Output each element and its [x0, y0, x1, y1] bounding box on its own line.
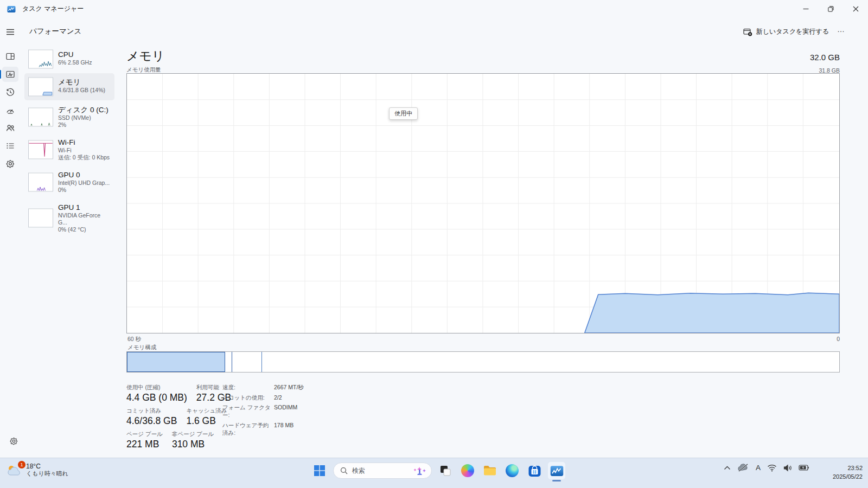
search-placeholder: 検索	[352, 466, 407, 476]
onedrive-tray-button[interactable]	[737, 464, 749, 472]
memory-composition-label: メモリ構成	[127, 344, 156, 351]
memory-stats: 使用中 (圧縮) 4.4 GB (0 MB) 利用可能 27.2 GB コミット…	[126, 384, 231, 454]
system-tray: A	[724, 464, 809, 472]
perf-item-cpu[interactable]: CPU 6% 2.58 GHz	[24, 46, 114, 73]
sidebar-item-processes[interactable]	[2, 49, 18, 64]
stat-cached: キャッシュ済み 1.6 GB	[186, 407, 227, 427]
tray-chevron-button[interactable]	[724, 466, 731, 470]
sidebar-item-startup-apps[interactable]	[2, 102, 18, 118]
microsoft-store-icon	[528, 464, 541, 478]
hamburger-icon	[6, 29, 15, 35]
notification-badge: 1	[18, 461, 25, 468]
copilot-button[interactable]	[459, 462, 476, 479]
composition-standby-segment	[232, 352, 262, 372]
run-new-task-button[interactable]: 新しいタスクを実行する	[740, 25, 832, 38]
task-manager-icon	[550, 464, 564, 478]
clock-time: 23:52	[833, 464, 863, 472]
sidebar-item-details[interactable]	[2, 138, 18, 153]
sidebar-item-app-history[interactable]	[2, 85, 18, 100]
task-manager-window: タスク マネージャー	[0, 0, 868, 458]
task-manager-taskbar-button[interactable]	[548, 462, 565, 479]
cpu-mini-chart	[28, 50, 53, 69]
memory-total: 32.0 GB	[810, 53, 840, 62]
gpu0-mini-chart	[28, 172, 53, 191]
startup-apps-icon	[5, 105, 15, 115]
task-view-icon	[439, 464, 452, 477]
more-options-button[interactable]: …	[834, 24, 848, 35]
speaker-icon	[783, 464, 792, 472]
app-history-icon	[5, 87, 15, 97]
clock-date: 2025/05/22	[833, 472, 863, 481]
detail-slots: スロットの使用: 2/2	[222, 394, 304, 402]
battery-icon	[799, 465, 809, 471]
composition-in-use-segment	[127, 352, 225, 372]
windows-logo-icon	[314, 465, 326, 477]
perf-item-wifi[interactable]: Wi-Fi Wi-Fi 送信: 0 受信: 0 Kbps	[24, 133, 114, 165]
search-highlight-image	[412, 465, 428, 477]
minimize-button[interactable]	[793, 0, 818, 18]
run-new-task-label: 新しいタスクを実行する	[756, 27, 829, 36]
file-explorer-button[interactable]	[481, 462, 499, 479]
sidebar-item-services[interactable]	[2, 156, 18, 171]
weather-widget[interactable]: 1 18°C くもり時々晴れ	[3, 461, 72, 478]
perf-item-gpu1[interactable]: GPU 1 NVIDIA GeForce G... 0% (42 °C)	[24, 198, 114, 237]
gear-icon	[9, 436, 18, 446]
services-icon	[5, 159, 15, 169]
wifi-mini-chart	[28, 140, 53, 159]
stat-non-paged-pool: 非ページ プール 310 MB	[172, 431, 214, 450]
taskbar: 1 18°C くもり時々晴れ 検索	[0, 458, 868, 488]
memory-composition-bar[interactable]	[126, 351, 840, 373]
performance-icon	[5, 69, 15, 79]
start-button[interactable]	[311, 462, 328, 479]
search-icon	[340, 467, 348, 474]
stat-paged-pool: ページ プール 221 MB	[126, 431, 163, 450]
task-view-button[interactable]	[437, 462, 454, 479]
detail-speed: 速度: 2667 MT/秒	[222, 384, 304, 391]
sidebar-item-users[interactable]	[2, 120, 18, 136]
perf-item-disk[interactable]: ディスク 0 (C:) SSD (NVMe) 2%	[24, 101, 114, 133]
settings-button[interactable]	[5, 434, 22, 449]
file-explorer-icon	[483, 464, 497, 478]
taskbar-center: 検索	[311, 462, 565, 479]
memory-usage-label: メモリ使用量	[126, 66, 161, 74]
edge-button[interactable]	[503, 462, 521, 479]
chart-tooltip: 使用中	[389, 107, 418, 120]
page-title: パフォーマンス	[29, 27, 81, 36]
ime-mode-indicator[interactable]: A	[756, 464, 761, 472]
navigation-rail	[0, 18, 21, 458]
task-manager-app-icon	[7, 5, 16, 14]
search-input[interactable]: 検索	[333, 463, 432, 479]
time-axis-right: 0	[837, 336, 840, 342]
navigation-menu-button[interactable]	[2, 24, 18, 40]
processes-icon	[5, 52, 15, 61]
sidebar-item-performance[interactable]	[2, 67, 18, 82]
performance-list: CPU 6% 2.58 GHz メモリ 4.6/31.8 GB (14%) ディ…	[24, 46, 114, 238]
chevron-up-icon	[724, 466, 731, 470]
perf-item-gpu0[interactable]: GPU 0 Intel(R) UHD Grap... 0%	[24, 166, 114, 198]
battery-tray-icon[interactable]	[799, 465, 809, 471]
run-new-task-icon	[743, 28, 752, 36]
memory-mini-chart	[28, 78, 53, 97]
taskbar-clock[interactable]: 23:52 2025/05/22	[833, 464, 863, 481]
microsoft-store-button[interactable]	[526, 462, 543, 479]
stat-in-use: 使用中 (圧縮) 4.4 GB (0 MB)	[126, 384, 187, 403]
stat-committed: コミット済み 4.6/36.8 GB	[126, 407, 177, 427]
restore-button[interactable]	[818, 0, 843, 18]
users-icon	[5, 123, 15, 133]
details-icon	[5, 141, 15, 151]
perf-item-memory[interactable]: メモリ 4.6/31.8 GB (14%)	[24, 73, 114, 100]
edge-icon	[506, 464, 519, 477]
memory-usage-chart[interactable]	[126, 73, 840, 333]
volume-tray-icon[interactable]	[783, 464, 792, 472]
weather-condition: くもり時々晴れ	[26, 470, 68, 477]
weather-temperature: 18°C	[26, 463, 68, 470]
composition-modified-segment	[225, 352, 232, 372]
time-axis-left: 60 秒	[127, 336, 141, 343]
copilot-icon	[461, 464, 474, 477]
wifi-tray-icon[interactable]	[767, 464, 777, 472]
wifi-icon	[767, 464, 777, 472]
gpu1-mini-chart	[28, 209, 53, 228]
close-button[interactable]	[843, 0, 868, 18]
window-title: タスク マネージャー	[22, 4, 84, 14]
memory-hardware-details: 速度: 2667 MT/秒 スロットの使用: 2/2 フォーム ファクター: S…	[222, 384, 304, 439]
